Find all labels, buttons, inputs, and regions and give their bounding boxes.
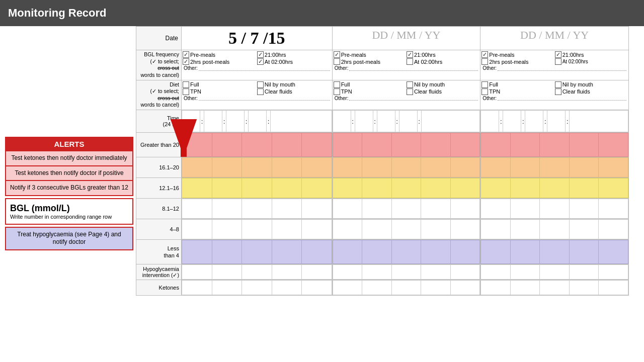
data-cell[interactable] bbox=[272, 199, 302, 219]
data-cell[interactable] bbox=[242, 199, 272, 219]
bgl-premeal-cb-col3[interactable]: Pre-meals bbox=[481, 51, 552, 58]
data-cell[interactable] bbox=[182, 265, 212, 280]
time-cell[interactable] bbox=[525, 111, 543, 132]
data-cell[interactable] bbox=[510, 265, 540, 280]
data-cell[interactable] bbox=[242, 178, 272, 198]
data-cell[interactable] bbox=[182, 281, 212, 295]
data-cell[interactable] bbox=[333, 240, 362, 264]
data-cell[interactable] bbox=[481, 178, 511, 198]
data-cell[interactable] bbox=[362, 199, 392, 219]
data-cell[interactable] bbox=[333, 199, 362, 219]
bgl-21hrs-cb-col3[interactable]: 21:00hrs bbox=[555, 51, 625, 58]
diet-nil-cb-col2[interactable]: Nil by mouth bbox=[407, 81, 477, 88]
data-cell[interactable] bbox=[599, 178, 628, 198]
data-cell[interactable] bbox=[242, 133, 272, 157]
data-cell[interactable] bbox=[391, 265, 421, 280]
data-cell[interactable] bbox=[302, 220, 332, 239]
data-cell[interactable] bbox=[599, 158, 628, 177]
bgl-2post-cb-col2[interactable]: 2hrs post-meals bbox=[334, 58, 404, 65]
data-cell[interactable] bbox=[450, 199, 480, 219]
data-cell[interactable] bbox=[481, 240, 511, 264]
data-cell[interactable] bbox=[272, 133, 302, 157]
data-cell[interactable] bbox=[599, 265, 628, 280]
data-cell[interactable] bbox=[333, 133, 362, 157]
data-cell[interactable] bbox=[302, 265, 332, 280]
diet-full-cb-col2[interactable]: Full bbox=[334, 81, 404, 88]
data-cell[interactable] bbox=[481, 199, 511, 219]
time-cell[interactable] bbox=[547, 111, 566, 132]
data-cell[interactable] bbox=[302, 178, 332, 198]
data-cell[interactable] bbox=[569, 220, 599, 239]
data-cell[interactable] bbox=[391, 158, 421, 177]
data-cell[interactable] bbox=[272, 240, 302, 264]
bgl-premeal-cb-col2[interactable]: Pre-meals bbox=[334, 51, 404, 58]
data-cell[interactable] bbox=[569, 265, 599, 280]
diet-nil-cb-col3[interactable]: Nil by mouth bbox=[555, 81, 625, 88]
data-cell[interactable] bbox=[333, 158, 362, 177]
time-cell[interactable] bbox=[503, 111, 521, 132]
data-cell[interactable] bbox=[510, 133, 540, 157]
data-cell[interactable] bbox=[421, 265, 451, 280]
data-cell[interactable] bbox=[212, 133, 242, 157]
data-cell[interactable] bbox=[182, 178, 212, 198]
data-cell[interactable] bbox=[272, 265, 302, 280]
data-cell[interactable] bbox=[599, 199, 628, 219]
data-cell[interactable] bbox=[540, 199, 570, 219]
time-cell[interactable] bbox=[355, 111, 373, 132]
data-cell[interactable] bbox=[391, 178, 421, 198]
data-cell[interactable] bbox=[510, 220, 540, 239]
data-cell[interactable] bbox=[182, 220, 212, 239]
bgl-0200-cb-col1[interactable]: At 02:00hrs bbox=[257, 58, 329, 65]
diet-tpn-cb-col3[interactable]: TPN bbox=[481, 88, 552, 95]
data-cell[interactable] bbox=[481, 158, 511, 177]
bgl-0200-cb-col3[interactable]: At 02:00hrs bbox=[555, 58, 625, 65]
data-cell[interactable] bbox=[391, 281, 421, 295]
data-cell[interactable] bbox=[242, 220, 272, 239]
time-cell[interactable] bbox=[204, 111, 222, 132]
data-cell[interactable] bbox=[450, 265, 480, 280]
data-cell[interactable] bbox=[391, 133, 421, 157]
diet-full-cb-col3[interactable]: Full bbox=[481, 81, 552, 88]
data-cell[interactable] bbox=[362, 265, 392, 280]
data-cell[interactable] bbox=[242, 158, 272, 177]
data-cell[interactable] bbox=[569, 240, 599, 264]
data-cell[interactable] bbox=[481, 265, 511, 280]
data-cell[interactable] bbox=[569, 133, 599, 157]
data-cell[interactable] bbox=[212, 199, 242, 219]
data-cell[interactable] bbox=[540, 265, 570, 280]
data-cell[interactable] bbox=[302, 133, 332, 157]
data-cell[interactable] bbox=[362, 133, 392, 157]
data-cell[interactable] bbox=[450, 178, 480, 198]
diet-tpn-cb-col2[interactable]: TPN bbox=[334, 88, 404, 95]
data-cell[interactable] bbox=[421, 220, 451, 239]
data-cell[interactable] bbox=[302, 158, 332, 177]
data-cell[interactable] bbox=[212, 240, 242, 264]
data-cell[interactable] bbox=[212, 265, 242, 280]
data-cell[interactable] bbox=[212, 178, 242, 198]
data-cell[interactable] bbox=[481, 133, 511, 157]
diet-tpn-cb-col1[interactable]: TPN bbox=[183, 88, 255, 95]
data-cell[interactable] bbox=[333, 220, 362, 239]
data-cell[interactable] bbox=[481, 220, 511, 239]
data-cell[interactable] bbox=[510, 281, 540, 295]
data-cell[interactable] bbox=[212, 158, 242, 177]
time-cell[interactable] bbox=[421, 111, 480, 132]
data-cell[interactable] bbox=[450, 240, 480, 264]
time-cell[interactable] bbox=[248, 111, 266, 132]
diet-nil-cb-col1[interactable]: Nil by mouth bbox=[257, 81, 329, 88]
time-cell[interactable] bbox=[570, 111, 628, 132]
time-cell[interactable] bbox=[481, 111, 499, 132]
data-cell[interactable] bbox=[421, 133, 451, 157]
data-cell[interactable] bbox=[362, 240, 392, 264]
data-cell[interactable] bbox=[569, 158, 599, 177]
data-cell[interactable] bbox=[421, 240, 451, 264]
data-cell[interactable] bbox=[272, 281, 302, 295]
bgl-21hrs-cb-col2[interactable]: 21:00hrs bbox=[407, 51, 477, 58]
data-cell[interactable] bbox=[421, 178, 451, 198]
data-cell[interactable] bbox=[569, 199, 599, 219]
data-cell[interactable] bbox=[242, 281, 272, 295]
data-cell[interactable] bbox=[540, 133, 570, 157]
data-cell[interactable] bbox=[421, 281, 451, 295]
data-cell[interactable] bbox=[421, 199, 451, 219]
data-cell[interactable] bbox=[333, 178, 362, 198]
